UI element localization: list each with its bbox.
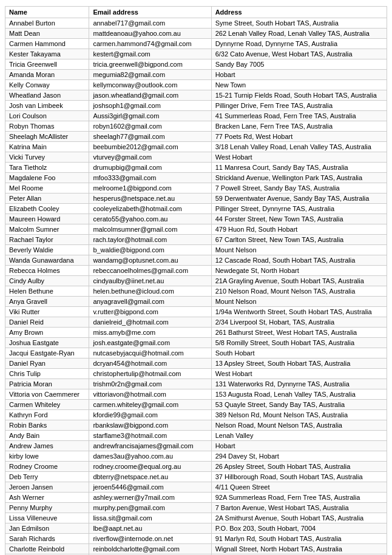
table-row: Deb Terrydbterry@netspace.net.au37 Hillb… [5, 472, 387, 482]
table-row: Rebecca Holmesrebeccanoelholmes@gmail.co… [5, 266, 387, 276]
cell-address: South Hobart [211, 348, 387, 358]
cell-name: Rachael Taylor [5, 235, 89, 245]
table-row: Jacqui Eastgate-Ryannutcasebyjacqui@hotm… [5, 348, 387, 358]
cell-address: Wignall Street, North Hobart TAS, Austra… [211, 544, 387, 554]
cell-address: Hobart [211, 441, 387, 451]
table-row: Daniel Ryandcryan454@hotmail.com13 Apsle… [5, 358, 387, 369]
cell-address: 5/8 Romilly Street, South Hobart TAS, Au… [211, 338, 387, 348]
cell-address: 479 Huon Rd, South Hobart [211, 224, 387, 235]
cell-address: 389 Nelson Rd, Mount Nelson TAS, Austral… [211, 410, 387, 420]
table-row: Wheatland Jasonjason.wheatland@gmail.com… [5, 90, 387, 101]
cell-email: tricia.greenwell@bigpond.com [89, 59, 211, 70]
cell-email: trishm0r2n@gmail.com [89, 379, 211, 389]
cell-email: rach.taylor@hotmail.com [89, 235, 211, 245]
cell-name: Magdalene Foo [5, 173, 89, 183]
cell-name: Elizabeth Cooley [5, 204, 89, 214]
cell-address: West Hobart [211, 369, 387, 379]
cell-email: mattdeanoau@yahoo.com.au [89, 29, 211, 39]
table-row: Patricia Morantrishm0r2n@gmail.com131 Wa… [5, 379, 387, 389]
cell-email: melroome1@bigpond.com [89, 183, 211, 193]
cell-address: 21A Grayling Avenue, South Hobart TAS, A… [211, 276, 387, 286]
table-row: Magdalene Foomfoo333@gmail.comStrickland… [5, 173, 387, 183]
table-row: Kathryn Fordkfordie99@gmail.com389 Nelso… [5, 410, 387, 420]
cell-address: 1/94a Wentworth Street, South Hobart TAS… [211, 307, 387, 317]
cell-name: Katrina Main [5, 142, 89, 152]
cell-email: joshsoph1@gmail.com [89, 101, 211, 111]
cell-name: Lissa Villeneuve [5, 513, 89, 523]
cell-email: carmen.whiteley@gmail.com [89, 400, 211, 410]
cell-name: Josh van Limbeek [5, 101, 89, 111]
cell-email: kellymconway@outlook.com [89, 80, 211, 90]
cell-address: 210 Nelson Road, Mount Nelson TAS, Austr… [211, 286, 387, 297]
cell-name: Wheatland Jason [5, 90, 89, 101]
cell-email: rbankslaw@bigpond.com [89, 420, 211, 431]
table-row: Elizabeth Cooleycooleyelizabeth@hotmail.… [5, 204, 387, 214]
cell-name: Jeroen Jansen [5, 482, 89, 493]
cell-name: Sarah Richards [5, 534, 89, 544]
cell-email: malcolmsumner@gmail.com [89, 224, 211, 235]
cell-email: v.rutter@bigpond.com [89, 307, 211, 317]
cell-email: mfoo333@gmail.com [89, 173, 211, 183]
cell-email: Aussi3girl@gmail.com [89, 111, 211, 121]
cell-name: Deb Terry [5, 472, 89, 482]
cell-email: dcryan454@hotmail.com [89, 358, 211, 369]
cell-email: wandamg@optusnet.com.au [89, 255, 211, 266]
cell-name: Malcolm Sumner [5, 224, 89, 235]
cell-name: Rebecca Holmes [5, 266, 89, 276]
cell-address: Pillinger Street, Dynnyrne TAS, Australi… [211, 204, 387, 214]
cell-address: Sandy Bay 7005 [211, 59, 387, 70]
table-row: Kelly Conwaykellymconway@outlook.comNew … [5, 80, 387, 90]
table-row: Joshua Eastgatejosh.eastgate@gmail.com5/… [5, 338, 387, 348]
cell-address: Newdegate St, North Hobart [211, 266, 387, 276]
cell-name: Wanda Gunawardana [5, 255, 89, 266]
cell-address: 26 Apsley Street, South Hobart TAS, Aust… [211, 462, 387, 472]
table-row: Katrina Mainbeebumbie2012@gmail.com3/18 … [5, 142, 387, 152]
cell-address: 92A Summerleas Road, Fern Tree TAS, Aust… [211, 493, 387, 503]
table-row: Andrew Jamesandrewfrancisajames@gmail.co… [5, 441, 387, 451]
cell-address: 13 Apsley Street, South Hobart TAS, Aust… [211, 358, 387, 369]
contacts-table: Name Email address Address Annabel Burto… [5, 6, 387, 555]
table-row: Ash Wernerashley.werner@y7mail.com92A Su… [5, 493, 387, 503]
cell-email: dames3au@yahoo.com.au [89, 451, 211, 462]
table-row: Daniel Reiddanielreid_@hotmail.com2/34 L… [5, 317, 387, 328]
table-row: Carmen Whiteleycarmen.whiteley@gmail.com… [5, 400, 387, 410]
cell-email: dbterry@netspace.net.au [89, 472, 211, 482]
table-row: Anya Gravellanyagravell@gmail.comMount N… [5, 297, 387, 307]
table-row: Annabel Burtonannabel717@gmail.comSyme S… [5, 18, 387, 29]
cell-name: Andrew James [5, 441, 89, 451]
cell-name: Jan Edmilson [5, 523, 89, 534]
cell-address: 11 Manresa Court, Sandy Bay TAS, Austral… [211, 163, 387, 173]
cell-email: reinboldcharlotte@gmail.com [89, 544, 211, 554]
cell-email: kfordie99@gmail.com [89, 410, 211, 420]
table-row: Tricia Greenwelltricia.greenwell@bigpond… [5, 59, 387, 70]
cell-email: rebeccanoelholmes@gmail.com [89, 266, 211, 276]
cell-address: 2A Smithurst Avenue, South Hobart TAS, A… [211, 513, 387, 523]
cell-name: Lori Coulson [5, 111, 89, 121]
cell-email: drumupbig@gmail.com [89, 163, 211, 173]
cell-name: Vicki Turvey [5, 152, 89, 163]
cell-name: kirby lowe [5, 451, 89, 462]
cell-email: cerato55@yahoo.com.au [89, 214, 211, 224]
cell-address: 44 Forster Street, New Town TAS, Austral… [211, 214, 387, 224]
cell-address: P.O. Box 203, South Hobart, 7004 [211, 523, 387, 534]
cell-email: rodney.croome@equal.org.au [89, 462, 211, 472]
col-header-name: Name [5, 7, 89, 18]
table-row: Carmen Hammondcarmen.hammond74@gmail.com… [5, 39, 387, 49]
cell-address: Mount Nelson [211, 297, 387, 307]
cell-name: Annabel Burton [5, 18, 89, 29]
cell-email: annabel717@gmail.com [89, 18, 211, 29]
table-row: Rachael Taylorrach.taylor@hotmail.com67 … [5, 235, 387, 245]
cell-address: 59 Derwentwater Avenue, Sandy Bay TAS, A… [211, 193, 387, 204]
cell-address: 6/32 Cato Avenue, West Hobart TAS, Austr… [211, 49, 387, 59]
table-row: Peter Allanhesperus@netspace.net.au59 De… [5, 193, 387, 204]
table-row: Tara Tietholzdrumupbig@gmail.com11 Manre… [5, 163, 387, 173]
cell-address: West Hobart [211, 152, 387, 163]
cell-email: jason.wheatland@gmail.com [89, 90, 211, 101]
cell-address: 7 Powell Street, Sandy Bay TAS, Australi… [211, 183, 387, 193]
cell-email: nutcasebyjacqui@hotmail.com [89, 348, 211, 358]
cell-email: cindyaulby@iinet.net.au [89, 276, 211, 286]
cell-address: 294 Davey St, Hobart [211, 451, 387, 462]
cell-name: Patricia Moran [5, 379, 89, 389]
cell-address: 261 Bathurst Street, West Hobart TAS, Au… [211, 328, 387, 338]
cell-email: sheelagh77@gmail.com [89, 132, 211, 142]
